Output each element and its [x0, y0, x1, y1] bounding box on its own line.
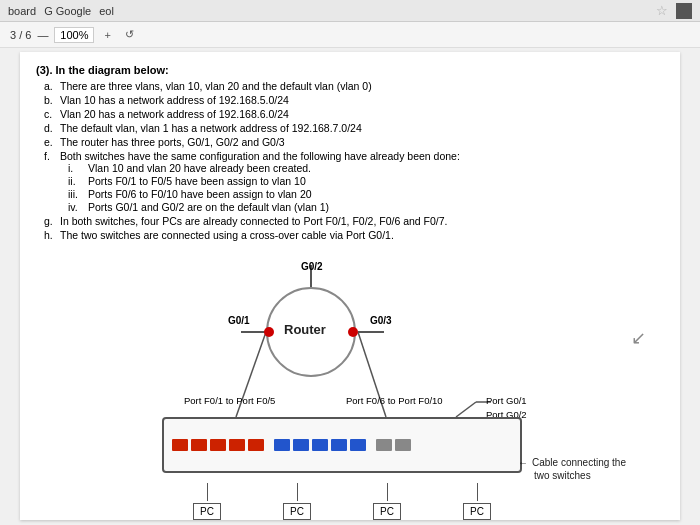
- arrow-symbol: ←: [518, 457, 528, 468]
- list-item: d.The default vlan, vlan 1 has a network…: [44, 122, 664, 134]
- router-dot-left: [264, 327, 274, 337]
- content-area: (3). In the diagram below: a.There are t…: [20, 52, 680, 520]
- port-f06: [274, 439, 290, 451]
- pc-label-1: PC: [193, 503, 221, 520]
- pc-box-3: PC: [373, 483, 401, 520]
- port-f02: [191, 439, 207, 451]
- list-item: e.The router has three ports, G0/1, G0/2…: [44, 136, 664, 148]
- pc-label-4: PC: [463, 503, 491, 520]
- port-f03: [210, 439, 226, 451]
- pc-label-2: PC: [283, 503, 311, 520]
- diagram-container: Router G0/2 G0/1 G0/3 Port F0/1 to Port …: [36, 247, 656, 520]
- list-item: b.Vlan 10 has a network address of 192.1…: [44, 94, 664, 106]
- port-f09: [331, 439, 347, 451]
- list-item: g.In both switches, four PCs are already…: [44, 215, 664, 227]
- sub-list-item: iii.Ports F0/6 to F0/10 have been assign…: [68, 188, 664, 200]
- sub-list-item: i.Vlan 10 and vlan 20 have already been …: [68, 162, 664, 174]
- cursor-indicator: ↙: [631, 327, 646, 349]
- router-dot-right: [348, 327, 358, 337]
- question-header: (3). In the diagram below:: [36, 64, 664, 76]
- pc-line-3: [387, 483, 388, 501]
- port-f01: [172, 439, 188, 451]
- label-port-go1: Port G0/1: [486, 395, 527, 406]
- pc-box-4: PC: [463, 483, 491, 520]
- pc-line-2: [297, 483, 298, 501]
- nav-separator: —: [37, 29, 48, 41]
- label-go3: G0/3: [370, 315, 392, 326]
- label-port-fo1: Port F0/1 to Port F0/5: [184, 395, 275, 406]
- list-item-f: f.Both switches have the same configurat…: [44, 150, 664, 213]
- label-port-fo6: Port F0/6 to Port F0/10: [346, 395, 443, 406]
- bottom-row: PC PC PC PC: [162, 483, 522, 520]
- port-g01: [376, 439, 392, 451]
- sub-list: i.Vlan 10 and vlan 20 have already been …: [68, 162, 664, 213]
- pc-line-4: [477, 483, 478, 501]
- refresh-button[interactable]: ↺: [121, 26, 138, 43]
- cable-label: ← Cable connecting the two switches: [518, 457, 638, 481]
- plus-button[interactable]: +: [100, 27, 114, 43]
- port-f04: [229, 439, 245, 451]
- label-go2: G0/2: [301, 261, 323, 272]
- page-counter: 3 / 6: [10, 29, 31, 41]
- list-item: c.Vlan 20 has a network address of 192.1…: [44, 108, 664, 120]
- pc-box-2: PC: [283, 483, 311, 520]
- port-f07: [293, 439, 309, 451]
- question-list: a.There are three vlans, vlan 10, vlan 2…: [44, 80, 664, 241]
- list-item: h.The two switches are connected using a…: [44, 229, 664, 241]
- pc-line-1: [207, 483, 208, 501]
- zoom-input[interactable]: [54, 27, 94, 43]
- arrow-line: ← Cable connecting the: [518, 457, 638, 468]
- port-f08: [312, 439, 328, 451]
- tab-google[interactable]: G Google: [44, 5, 91, 17]
- browser-chrome: board G Google eol ☆: [0, 0, 700, 22]
- star-icon: ☆: [656, 3, 668, 18]
- label-go1: G0/1: [228, 315, 250, 326]
- port-f010: [350, 439, 366, 451]
- page-navigation: 3 / 6 — + ↺: [10, 26, 138, 43]
- port-f05: [248, 439, 264, 451]
- cable-text-2: two switches: [534, 470, 638, 481]
- pc-box-1: PC: [193, 483, 221, 520]
- toolbar: 3 / 6 — + ↺: [0, 22, 700, 48]
- browser-icon: [676, 3, 692, 19]
- pc-label-3: PC: [373, 503, 401, 520]
- tab-eol[interactable]: eol: [99, 5, 114, 17]
- list-item: a.There are three vlans, vlan 10, vlan 2…: [44, 80, 664, 92]
- svg-line-5: [456, 402, 476, 417]
- sub-list-item: ii.Ports F0/1 to F0/5 have been assign t…: [68, 175, 664, 187]
- tab-board[interactable]: board: [8, 5, 36, 17]
- switch-body: [162, 417, 522, 473]
- router-label: Router: [284, 322, 326, 337]
- port-g02: [395, 439, 411, 451]
- cable-text-1: Cable connecting the: [532, 457, 626, 468]
- sub-list-item: iv.Ports G0/1 and G0/2 are on the defaul…: [68, 201, 664, 213]
